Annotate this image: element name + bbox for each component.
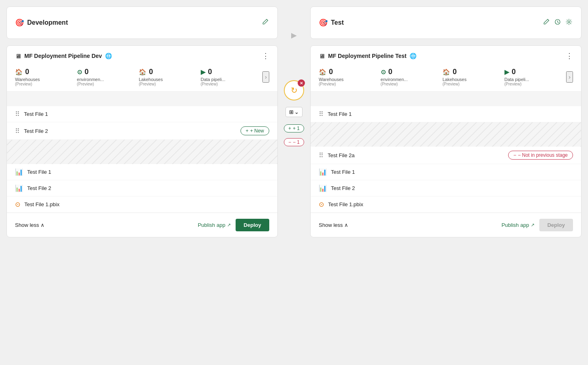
diff-remove-text: − 1 bbox=[293, 139, 300, 145]
dev-pipeline-sublabel: (Preview) bbox=[201, 82, 218, 86]
test-settings-button[interactable] bbox=[565, 18, 573, 28]
dev-file-item-2: ⠿ Test File 2 + + New bbox=[7, 122, 277, 140]
grid-icon-2: ⠿ bbox=[15, 127, 20, 135]
dev-publish-button[interactable]: Publish app ↗ bbox=[198, 222, 231, 228]
test-stage-title: 🎯 Test bbox=[319, 18, 344, 27]
dev-warehouse-count: 0 bbox=[25, 68, 29, 76]
dev-pipeline-header: 🖥 MF Deployment Pipeline Dev 🌐 ⋮ bbox=[7, 46, 277, 64]
test-lake-label: Lakehouses bbox=[442, 77, 466, 82]
dev-metric-warehouses: 🏠 0 Warehouses (Preview) bbox=[15, 68, 77, 86]
test-show-less-button[interactable]: Show less ∧ bbox=[319, 222, 348, 228]
test-lake-count: 0 bbox=[453, 68, 457, 76]
dev-pipeline-share-icon: 🌐 bbox=[105, 53, 112, 59]
test-metrics-next-button[interactable]: › bbox=[566, 71, 573, 83]
chevron-up-icon: ∧ bbox=[41, 222, 45, 228]
test-pipeline-header: 🖥 MF Deployment Pipeline Test 🌐 ⋮ bbox=[311, 46, 581, 64]
test-file-item-2a: ⠿ Test File 2a − − Not in previous stage bbox=[311, 147, 581, 164]
dev-deploy-button[interactable]: Deploy bbox=[236, 219, 269, 231]
dev-stage-label: Development bbox=[27, 19, 68, 26]
new-badge: + + New bbox=[240, 126, 269, 135]
test-file-name-1: Test File 1 bbox=[328, 111, 573, 117]
diff-add-icon: + bbox=[288, 126, 291, 131]
test-metric-lake: 🏠 0 Lakehouses (Preview) bbox=[442, 68, 504, 86]
dev-stage-title: 🎯 Development bbox=[15, 18, 68, 27]
grid-icon-1: ⠿ bbox=[15, 110, 20, 118]
test-pipeline-card: 🖥 MF Deployment Pipeline Test 🌐 ⋮ 🏠 0 Wa… bbox=[310, 45, 582, 237]
dev-pipeline-label: Data pipeli... bbox=[201, 77, 225, 82]
test-deploy-button: Deploy bbox=[539, 219, 573, 231]
test-pipeline-title-text: MF Deployment Pipeline Test bbox=[328, 53, 406, 59]
test-metric-env: ⊙ 0 environmen... (Preview) bbox=[381, 68, 443, 86]
diff-remove-badge: − − 1 bbox=[284, 138, 304, 146]
dev-file-item-3: 📊 Test File 1 bbox=[7, 164, 277, 180]
test-publish-button[interactable]: Publish app ↗ bbox=[502, 222, 534, 228]
dev-publish-label: Publish app bbox=[198, 222, 225, 228]
test-pipeline-menu-button[interactable]: ⋮ bbox=[566, 52, 573, 60]
dev-lake-label: Lakehouses bbox=[139, 77, 163, 82]
dev-file-item-1: ⠿ Test File 1 bbox=[7, 106, 277, 122]
dev-metrics-next-button[interactable]: › bbox=[262, 71, 269, 83]
dev-footer-actions: Publish app ↗ Deploy bbox=[198, 219, 269, 231]
dev-file-name-2: Test File 2 bbox=[24, 128, 236, 134]
dev-bar-file-name-1: Test File 1 bbox=[27, 169, 269, 175]
diff-remove-icon: − bbox=[288, 139, 291, 145]
test-external-link-icon: ↗ bbox=[531, 222, 534, 228]
test-warehouse-count: 0 bbox=[329, 68, 333, 76]
test-section-divider bbox=[311, 92, 581, 106]
test-pbix-icon-1: ⊙ bbox=[319, 201, 324, 208]
bar-icon-2: 📊 bbox=[15, 184, 23, 192]
test-pipeline-data-sublabel: (Preview) bbox=[504, 82, 521, 86]
test-footer-actions: Publish app ↗ Deploy bbox=[502, 219, 573, 231]
badge-not-prev-icon: − bbox=[513, 152, 516, 158]
test-history-button[interactable] bbox=[554, 18, 562, 28]
test-bar-icon-2: 📊 bbox=[319, 184, 327, 192]
test-publish-label: Publish app bbox=[502, 222, 529, 228]
warehouse-icon: 🏠 bbox=[15, 68, 23, 76]
test-pipeline-count: 0 bbox=[512, 68, 516, 76]
compare-button[interactable]: ⊞ ⌄ bbox=[285, 107, 303, 117]
middle-connector: ▶ ↻ ✕ ⊞ ⌄ + + 1 − − 1 bbox=[278, 6, 310, 146]
test-lake-sublabel: (Preview) bbox=[442, 82, 459, 86]
history-icon bbox=[554, 19, 561, 25]
test-bar-icon-1: 📊 bbox=[319, 168, 327, 176]
dev-pipeline-title-text: MF Deployment Pipeline Dev bbox=[24, 53, 102, 59]
dev-pipeline-menu-button[interactable]: ⋮ bbox=[262, 52, 269, 60]
sync-circle: ↻ ✕ bbox=[284, 80, 304, 100]
test-env-sublabel: (Preview) bbox=[381, 82, 398, 86]
dev-hatch-area bbox=[7, 140, 277, 164]
dev-show-less-button[interactable]: Show less ∧ bbox=[15, 222, 45, 228]
test-warehouse-icon: 🏠 bbox=[319, 68, 326, 76]
test-grid-icon-1: ⠿ bbox=[319, 110, 324, 118]
dev-pipeline-count: 0 bbox=[208, 68, 212, 76]
test-show-less-label: Show less bbox=[319, 222, 343, 228]
dev-pipeline-title: 🖥 MF Deployment Pipeline Dev 🌐 bbox=[15, 53, 112, 60]
compare-chevron: ⌄ bbox=[294, 109, 299, 115]
dev-metrics-row: 🏠 0 Warehouses (Preview) ⊙ 0 environmen.… bbox=[7, 64, 277, 92]
svg-point-1 bbox=[568, 21, 570, 23]
dev-metric-lake: 🏠 0 Lakehouses (Preview) bbox=[139, 68, 201, 86]
external-link-icon: ↗ bbox=[227, 222, 231, 228]
dev-pipeline-icon: 🖥 bbox=[15, 53, 21, 60]
dev-metric-env: ⊙ 0 environmen... (Preview) bbox=[77, 68, 139, 86]
dev-env-sublabel: (Preview) bbox=[77, 82, 94, 86]
test-env-icon: ⊙ bbox=[381, 68, 386, 76]
test-data-pipeline-icon: ▶ bbox=[504, 68, 509, 76]
dev-pipeline-footer: Show less ∧ Publish app ↗ Deploy bbox=[7, 213, 277, 237]
dev-lake-sublabel: (Preview) bbox=[139, 82, 156, 86]
test-stage-actions bbox=[542, 18, 573, 28]
dev-stage-icon: 🎯 bbox=[15, 18, 24, 27]
data-pipeline-icon: ▶ bbox=[201, 68, 206, 76]
test-hatch-area bbox=[311, 122, 581, 147]
dev-file-item-4: 📊 Test File 2 bbox=[7, 180, 277, 196]
dev-file-name-1: Test File 1 bbox=[24, 111, 269, 117]
not-prev-badge: − − Not in previous stage bbox=[508, 151, 573, 160]
test-file-item-3: 📊 Test File 1 bbox=[311, 164, 581, 180]
test-metrics-row: 🏠 0 Warehouses (Preview) ⊙ 0 environmen.… bbox=[311, 64, 581, 92]
dev-env-count: 0 bbox=[85, 68, 89, 76]
test-lake-icon: 🏠 bbox=[442, 68, 450, 76]
test-pbix-file-name-1: Test File 1.pbix bbox=[328, 201, 573, 207]
dev-bar-file-name-2: Test File 2 bbox=[27, 185, 269, 191]
dev-edit-button[interactable] bbox=[261, 18, 269, 28]
test-grid-icon-2a: ⠿ bbox=[319, 152, 324, 159]
test-edit-button[interactable] bbox=[542, 18, 550, 28]
